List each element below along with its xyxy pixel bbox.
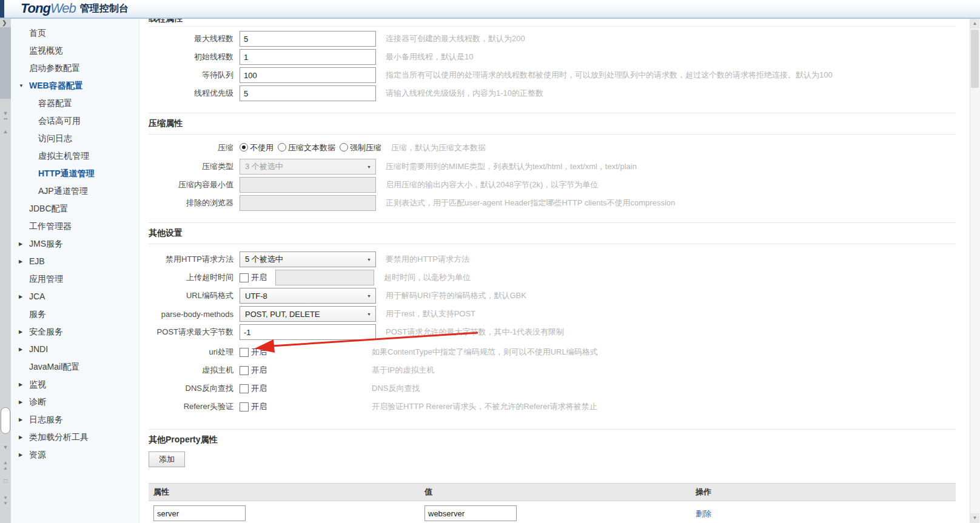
sidebar-item-ajp-channel-mgmt[interactable]: AJP通道管理	[11, 182, 139, 200]
radio-icon[interactable]	[340, 143, 348, 152]
property-name-input[interactable]	[153, 505, 246, 521]
sidebar-item-jdbc-config[interactable]: JDBC配置	[11, 200, 139, 218]
restore-box-icon[interactable]: □	[0, 478, 11, 484]
scrollbar-thumb[interactable]	[971, 30, 979, 88]
form-row-url-encoding: URL编码格式 UTF-8▼ 用于解码URI字符的编码格式，默认GBK	[149, 288, 970, 304]
sidebar-item-session-ha[interactable]: 会话高可用	[11, 112, 139, 130]
property-value-input[interactable]	[425, 505, 517, 521]
form-row-dns-lookup: DNS反向查找 开启 DNS反向查找	[149, 381, 970, 396]
field-hint: 压缩，默认为压缩文本数据	[391, 142, 486, 153]
sidebar-item-resource[interactable]: ▶资源	[11, 446, 139, 464]
splitter-handle[interactable]	[1, 407, 10, 434]
chevron-right-icon: ▶	[19, 288, 22, 305]
collapse-down-icon[interactable]: ▼	[0, 445, 11, 450]
dock-panel-icon[interactable]: ▼▪▪	[0, 111, 11, 122]
sidebar-item-container-config[interactable]: 容器配置	[11, 95, 139, 112]
vhost-checkbox[interactable]	[240, 366, 249, 375]
sidebar-item-work-manager[interactable]: 工作管理器	[11, 218, 139, 235]
field-label: 压缩内容最小值	[149, 179, 240, 190]
sidebar-item-ejb[interactable]: ▶EJB	[11, 253, 139, 270]
logo-web: Web	[50, 1, 76, 16]
sidebar-item-monitor-overview[interactable]: 监视概览	[11, 42, 139, 59]
sidebar-item-service[interactable]: 服务	[11, 305, 139, 323]
expand-panel-icon[interactable]: ❯	[2, 19, 7, 26]
dropdown-arrow-icon: ▼	[367, 312, 371, 316]
init-threads-input[interactable]	[240, 49, 376, 65]
field-label: 线程优先级	[149, 88, 240, 99]
scroll-up-icon[interactable]: ▲	[0, 129, 11, 135]
sidebar-item-web-container-config[interactable]: ▼WEB容器配置	[11, 77, 139, 95]
checkbox-label: 开启	[251, 365, 267, 376]
radio-selected-icon[interactable]	[240, 143, 248, 152]
column-header-attr: 属性	[149, 487, 425, 498]
sidebar-item-monitor[interactable]: ▶监视	[11, 376, 139, 393]
radio-icon[interactable]	[278, 143, 286, 152]
vertical-scrollbar[interactable]: ▲ ▼	[970, 19, 980, 523]
property-table-header: 属性 值 操作	[149, 483, 956, 501]
form-row-wait-queue: 等待队列 指定当所有可以使用的处理请求的线程数都被使用时，可以放到处理队列中的请…	[149, 67, 970, 83]
sidebar-item-http-channel-mgmt[interactable]: HTTP通道管理	[11, 165, 139, 182]
compression-section-title: 压缩属性	[149, 113, 956, 135]
field-label: URL编码格式	[149, 290, 240, 301]
sidebar-item-app-mgmt[interactable]: 应用管理	[11, 270, 139, 288]
double-down-icon[interactable]: ▼▼	[0, 495, 11, 506]
chevron-right-icon: ▶	[19, 323, 22, 341]
checkbox-label: 开启	[251, 383, 267, 394]
radio-option-text[interactable]: 压缩文本数据	[278, 142, 335, 153]
sidebar-item-startup-params[interactable]: 启动参数配置	[11, 59, 139, 77]
other-settings-section-title: 其他设置	[149, 222, 956, 244]
parse-body-methods-select[interactable]: POST, PUT, DELETE▼	[240, 306, 376, 322]
wait-queue-input[interactable]	[240, 67, 376, 83]
field-hint: 开启验证HTTP Rererer请求头，不被允许的Referer请求将被禁止	[372, 401, 597, 412]
delete-link[interactable]: 删除	[696, 509, 711, 518]
sidebar-item-security-service[interactable]: ▶安全服务	[11, 323, 139, 341]
thread-section: 最大线程数 连接器可创建的最大线程数，默认为200 初始线程数 最小备用线程，默…	[149, 31, 970, 101]
chevron-right-icon: ▶	[19, 411, 22, 428]
field-hint: 要禁用的HTTP请求方法	[386, 254, 469, 265]
field-label: POST请求最大字节数	[149, 327, 240, 338]
field-label: 最大线程数	[149, 33, 240, 44]
double-up-icon[interactable]: ▲▲	[0, 460, 11, 471]
field-label: 初始线程数	[149, 52, 240, 62]
upload-timeout-input	[275, 270, 374, 285]
compression-min-size-input	[240, 177, 376, 193]
referer-check-checkbox[interactable]	[240, 402, 249, 411]
thread-priority-input[interactable]	[240, 85, 376, 101]
max-threads-input[interactable]	[240, 31, 376, 47]
compression-type-select: 3 个被选中▼	[240, 159, 376, 175]
sidebar-item-log-service[interactable]: ▶日志服务	[11, 411, 139, 428]
uri-handle-checkbox[interactable]	[240, 348, 249, 357]
radio-option-force[interactable]: 强制压缩	[340, 142, 381, 153]
field-hint: DNS反向查找	[372, 383, 420, 394]
sidebar-item-javamail-config[interactable]: JavaMail配置	[11, 358, 139, 376]
sidebar-item-classloader-tool[interactable]: ▶类加载分析工具	[11, 428, 139, 446]
radio-option-none[interactable]: 不使用	[240, 142, 274, 153]
url-encoding-select[interactable]: UTF-8▼	[240, 288, 376, 304]
sidebar-item-vhost-mgmt[interactable]: 虚拟主机管理	[11, 147, 139, 165]
post-max-bytes-input[interactable]	[240, 324, 376, 340]
upload-timeout-checkbox[interactable]	[240, 273, 249, 282]
left-tool-strip: ❯ ▼▪▪ ▲ ▼ ▲▲ □ ▼▼	[0, 19, 11, 523]
form-row-compression-min: 压缩内容最小值 启用压缩的输出内容大小，默认2048字节(2k)，以字节为单位	[149, 177, 970, 193]
dns-lookup-checkbox[interactable]	[240, 384, 249, 393]
app-title: 管理控制台	[80, 3, 129, 13]
checkbox-label: 开启	[251, 272, 267, 283]
form-row-max-threads: 最大线程数 连接器可创建的最大线程数，默认为200	[149, 31, 970, 47]
disabled-http-methods-select[interactable]: 5 个被选中▼	[240, 252, 376, 267]
field-label: 等待队列	[149, 70, 240, 81]
field-label: 压缩类型	[149, 161, 240, 172]
sidebar-item-access-log[interactable]: 访问日志	[11, 130, 139, 147]
strip-gray-block	[0, 27, 11, 99]
field-hint: 压缩时需要用到的MIME类型，列表默认为text/html，text/xml，t…	[386, 161, 637, 172]
chevron-right-icon: ▶	[19, 376, 22, 393]
add-property-button[interactable]: 添加	[149, 451, 185, 467]
scrollbar-down-icon[interactable]: ▼	[970, 513, 979, 523]
scrollbar-up-icon[interactable]: ▲	[970, 19, 979, 28]
sidebar-item-diagnosis[interactable]: ▶诊断	[11, 393, 139, 411]
form-row-init-threads: 初始线程数 最小备用线程，默认是10	[149, 49, 970, 65]
sidebar-item-jms-service[interactable]: ▶JMS服务	[11, 235, 139, 253]
sidebar-item-jca[interactable]: ▶JCA	[11, 288, 139, 305]
sidebar-item-jndi[interactable]: ▶JNDI	[11, 341, 139, 358]
sidebar-item-home[interactable]: 首页	[11, 24, 139, 42]
field-hint: 请输入线程优先级级别，内容为1-10的正整数	[386, 88, 543, 99]
